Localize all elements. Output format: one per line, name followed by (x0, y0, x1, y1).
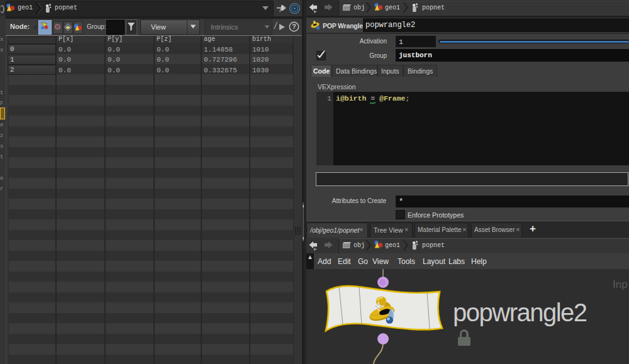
svg-text:Inp: Inp (613, 279, 628, 290)
svg-text:?: ? (292, 23, 296, 30)
svg-text:popwrangle2: popwrangle2 (453, 299, 587, 326)
